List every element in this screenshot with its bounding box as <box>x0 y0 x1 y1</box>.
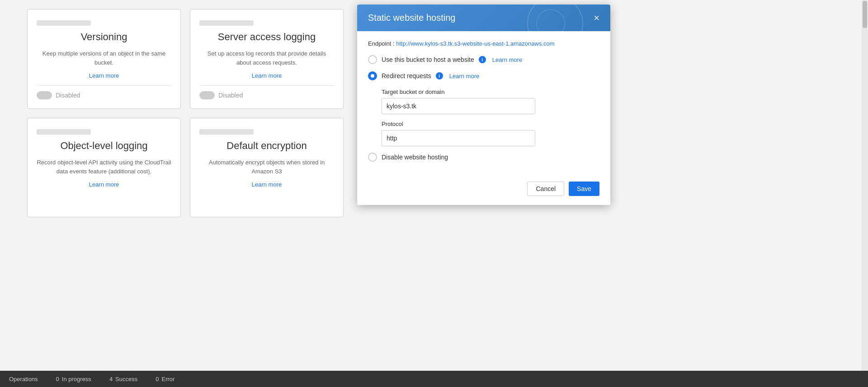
modal-title: Static website hosting <box>368 13 455 23</box>
scrollbar-thumb[interactable] <box>863 1 867 28</box>
status-bar: Operations 0 In progress 4 Success 0 Err… <box>0 371 868 387</box>
radio-disable-hosting-circle[interactable] <box>368 153 377 162</box>
card-header-placeholder-4 <box>199 129 254 135</box>
radio-redirect-requests[interactable]: Redirect requests i Learn more <box>368 71 599 80</box>
modal-body: Endpoint : http://www.kylos-s3.tk.s3-web… <box>357 31 610 175</box>
target-bucket-input[interactable] <box>382 98 535 114</box>
modal-header: Static website hosting × <box>357 5 610 31</box>
server-access-logging-description: Set up access log records that provide d… <box>199 49 334 67</box>
server-access-logging-learn-more[interactable]: Learn more <box>252 72 282 79</box>
error-label: Error <box>161 376 175 382</box>
radio-redirect-requests-circle[interactable] <box>368 71 377 80</box>
modal-close-button[interactable]: × <box>594 13 599 23</box>
radio-disable-hosting-label: Disable website hosting <box>382 154 448 161</box>
success-label: Success <box>115 376 137 382</box>
default-encryption-title: Default encryption <box>226 140 307 152</box>
versioning-divider <box>37 85 171 86</box>
info-icon-1[interactable]: i <box>479 56 486 63</box>
default-encryption-description: Automatically encrypt objects when store… <box>199 158 334 176</box>
radio-redirect-requests-label: Redirect requests <box>382 72 431 79</box>
in-progress-count: 0 <box>56 376 59 382</box>
versioning-description: Keep multiple versions of an object in t… <box>37 49 171 67</box>
protocol-label: Protocol <box>382 121 599 127</box>
endpoint-line: Endpoint : http://www.kylos-s3.tk.s3-web… <box>368 40 599 47</box>
default-encryption-learn-more[interactable]: Learn more <box>252 181 282 188</box>
in-progress-label: In progress <box>62 376 91 382</box>
target-bucket-section: Target bucket or domain <box>382 89 599 114</box>
server-access-logging-status-label: Disabled <box>218 92 243 99</box>
protocol-input[interactable] <box>382 130 535 146</box>
radio-host-website-label: Use this bucket to host a website <box>382 56 474 63</box>
save-button[interactable]: Save <box>569 182 599 196</box>
success-count: 4 <box>109 376 113 382</box>
success-item: 4 Success <box>109 376 137 382</box>
operations-item[interactable]: Operations <box>9 376 38 382</box>
in-progress-item: 0 In progress <box>56 376 91 382</box>
card-header-placeholder <box>37 20 91 26</box>
static-website-hosting-modal: Static website hosting × Endpoint : http… <box>357 5 610 205</box>
object-level-logging-learn-more[interactable]: Learn more <box>89 181 119 188</box>
server-access-logging-status: Disabled <box>199 91 243 99</box>
object-level-logging-title: Object-level logging <box>60 140 147 152</box>
card-header-placeholder-3 <box>37 129 91 135</box>
radio-host-website-circle[interactable] <box>368 55 377 64</box>
server-access-logging-divider <box>199 85 334 86</box>
protocol-section: Protocol <box>382 121 599 146</box>
server-access-logging-card: Server access logging Set up access log … <box>190 9 344 109</box>
endpoint-label: Endpoint : <box>368 40 395 47</box>
object-level-logging-card: Object-level logging Record object-level… <box>27 118 181 217</box>
host-website-learn-more[interactable]: Learn more <box>492 56 522 63</box>
versioning-card: Versioning Keep multiple versions of an … <box>27 9 181 109</box>
versioning-status-label: Disabled <box>56 92 80 99</box>
object-level-logging-description: Record object-level API activity using t… <box>37 158 171 176</box>
target-bucket-label: Target bucket or domain <box>382 89 599 95</box>
endpoint-url[interactable]: http://www.kylos-s3.tk.s3-website-us-eas… <box>396 40 554 47</box>
error-count: 0 <box>156 376 159 382</box>
radio-disable-hosting[interactable]: Disable website hosting <box>368 153 599 162</box>
versioning-toggle[interactable] <box>37 91 52 99</box>
default-encryption-card: Default encryption Automatically encrypt… <box>190 118 344 217</box>
info-icon-2[interactable]: i <box>436 72 443 79</box>
scrollbar[interactable] <box>862 0 868 371</box>
cancel-button[interactable]: Cancel <box>527 182 564 196</box>
versioning-title: Versioning <box>81 31 127 43</box>
card-header-placeholder-2 <box>199 20 254 26</box>
redirect-requests-learn-more[interactable]: Learn more <box>449 73 479 79</box>
modal-footer: Cancel Save <box>357 175 610 205</box>
radio-group: Use this bucket to host a website i Lear… <box>368 55 599 80</box>
operations-label: Operations <box>9 376 38 382</box>
radio-host-website[interactable]: Use this bucket to host a website i Lear… <box>368 55 599 64</box>
error-item: 0 Error <box>156 376 175 382</box>
server-access-logging-toggle[interactable] <box>199 91 215 99</box>
versioning-status: Disabled <box>37 91 80 99</box>
server-access-logging-title: Server access logging <box>218 31 316 43</box>
versioning-learn-more[interactable]: Learn more <box>89 72 119 79</box>
